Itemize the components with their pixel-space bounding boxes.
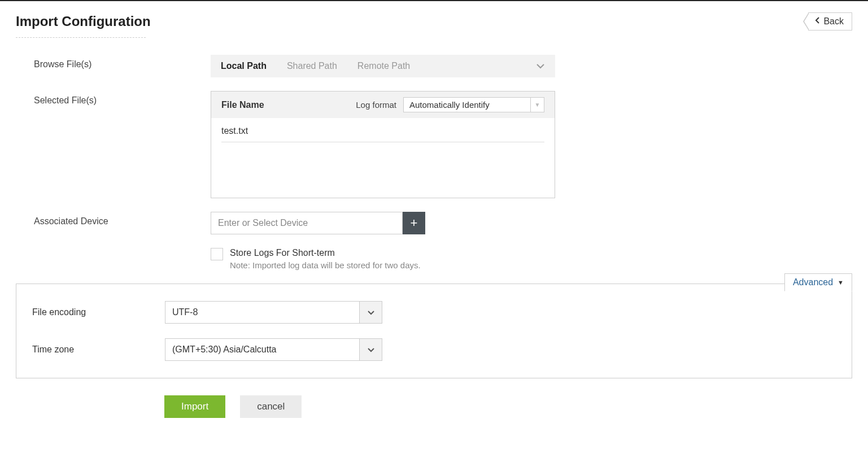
tab-remote-path[interactable]: Remote Path bbox=[347, 55, 420, 77]
page-title: Import Configuration bbox=[16, 14, 151, 29]
timezone-label: Time zone bbox=[32, 345, 165, 355]
browse-files-label: Browse File(s) bbox=[16, 55, 211, 69]
chevron-down-icon bbox=[360, 301, 382, 324]
back-button[interactable]: Back bbox=[808, 12, 852, 30]
add-device-button[interactable]: + bbox=[403, 212, 425, 234]
advanced-toggle[interactable]: Advanced ▼ bbox=[784, 273, 852, 291]
chevron-down-icon bbox=[360, 338, 382, 361]
log-format-value: Automatically Identify bbox=[409, 100, 490, 110]
file-encoding-value: UTF-8 bbox=[165, 301, 360, 324]
import-button[interactable]: Import bbox=[164, 395, 225, 418]
timezone-value: (GMT+5:30) Asia/Calcutta bbox=[165, 338, 360, 361]
advanced-toggle-label: Advanced bbox=[793, 277, 833, 287]
tab-local-path[interactable]: Local Path bbox=[211, 55, 277, 77]
divider bbox=[16, 37, 146, 38]
tab-collapse-toggle[interactable] bbox=[526, 62, 555, 71]
caret-down-icon: ▼ bbox=[838, 279, 844, 286]
file-encoding-select[interactable]: UTF-8 bbox=[165, 301, 382, 324]
chevron-left-icon bbox=[814, 16, 820, 27]
store-logs-note: Note: Imported log data will be stored f… bbox=[230, 260, 421, 270]
store-logs-checkbox[interactable] bbox=[211, 248, 223, 260]
tab-shared-path[interactable]: Shared Path bbox=[277, 55, 347, 77]
cancel-button[interactable]: cancel bbox=[240, 395, 302, 418]
caret-down-icon: ▼ bbox=[530, 98, 544, 112]
back-button-label: Back bbox=[823, 16, 844, 27]
associated-device-label: Associated Device bbox=[16, 212, 211, 226]
file-item: test.txt bbox=[221, 126, 544, 142]
log-format-select[interactable]: Automatically Identify ▼ bbox=[403, 97, 544, 112]
selected-files-box: File Name Log format Automatically Ident… bbox=[211, 91, 555, 198]
timezone-select[interactable]: (GMT+5:30) Asia/Calcutta bbox=[165, 338, 382, 361]
advanced-panel: File encoding UTF-8 Time zone (GMT+5:30)… bbox=[16, 284, 852, 378]
file-encoding-label: File encoding bbox=[32, 307, 165, 317]
chevron-down-icon bbox=[536, 62, 545, 71]
path-tab-bar: Local Path Shared Path Remote Path bbox=[211, 55, 555, 77]
selected-files-label: Selected File(s) bbox=[16, 91, 211, 106]
device-input[interactable] bbox=[211, 212, 403, 234]
file-name-header: File Name bbox=[221, 100, 349, 110]
store-logs-label: Store Logs For Short-term bbox=[230, 248, 421, 258]
log-format-label: Log format bbox=[356, 100, 396, 110]
plus-icon: + bbox=[411, 216, 418, 230]
